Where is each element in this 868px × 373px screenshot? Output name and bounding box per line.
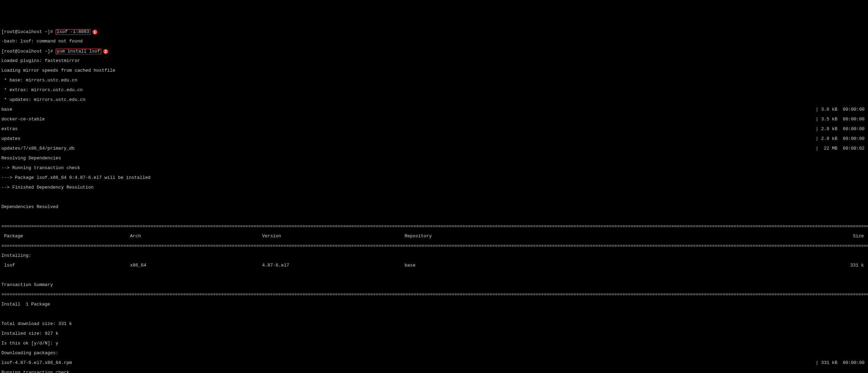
repo-size: | 3.6 kB 00:00:00	[816, 107, 867, 112]
col-repository: Repository	[405, 234, 533, 239]
repo-line: updates| 2.9 kB 00:00:00	[0, 136, 868, 141]
repo-size: | 22 MB 00:00:02	[816, 146, 867, 151]
cell-arch: x86_64	[130, 263, 262, 268]
blank-line	[0, 312, 868, 317]
repo-line: updates/7/x86_64/primary_db| 22 MB 00:00…	[0, 146, 868, 151]
repo-size: | 3.5 kB 00:00:00	[816, 117, 867, 122]
download-name: lsof-4.87-6.el7.x86_64.rpm	[1, 360, 72, 365]
repo-name: base	[1, 107, 12, 112]
cell-package: lsof	[1, 263, 130, 268]
confirm-prompt: Is this ok [y/d/N]: y	[0, 341, 868, 346]
installing-label: Installing:	[0, 253, 868, 258]
col-package: Package	[1, 234, 130, 239]
output-line: Loaded plugins: fastestmirror	[0, 58, 868, 63]
highlighted-command-2: yum install lsof	[56, 49, 101, 54]
prompt-line-2: [root@localhost ~]# yum install lsof2	[0, 49, 868, 54]
download-size: | 331 kB 00:00:00	[816, 360, 867, 365]
repo-name: docker-ce-stable	[1, 117, 45, 122]
repo-line: docker-ce-stable| 3.5 kB 00:00:00	[0, 117, 868, 122]
download-line: lsof-4.87-6.el7.x86_64.rpm| 331 kB 00:00…	[0, 360, 868, 365]
separator-line: ========================================…	[0, 292, 868, 297]
repo-name: updates	[1, 136, 21, 141]
downloading-label: Downloading packages:	[0, 351, 868, 356]
output-line: Running transaction check	[0, 370, 868, 373]
output-line: * updates: mirrors.ustc.edu.cn	[0, 97, 868, 102]
repo-size: | 2.9 kB 00:00:00	[816, 127, 867, 132]
repo-line: extras| 2.9 kB 00:00:00	[0, 127, 868, 132]
output-line: Resolving Dependencies	[0, 156, 868, 161]
col-version: Version	[262, 234, 405, 239]
repo-line: base| 3.6 kB 00:00:00	[0, 107, 868, 112]
repo-name: extras	[1, 127, 18, 132]
col-size: Size	[533, 234, 867, 239]
output-line: -bash: lsof: command not found	[0, 39, 868, 44]
separator-line: ========================================…	[0, 224, 868, 229]
separator-line: ========================================…	[0, 244, 868, 248]
output-line: * base: mirrors.ustc.edu.cn	[0, 78, 868, 83]
cell-repository: base	[405, 263, 533, 268]
col-arch: Arch	[130, 234, 262, 239]
output-line: * extras: mirrors.ustc.edu.cn	[0, 88, 868, 93]
blank-line	[0, 214, 868, 219]
prompt: [root@localhost ~]#	[1, 49, 56, 54]
repo-size: | 2.9 kB 00:00:00	[816, 136, 867, 141]
highlighted-command-1: lsof -i:8083	[56, 29, 90, 35]
summary-title: Transaction Summary	[0, 283, 868, 287]
cell-size: 331 k	[533, 263, 867, 268]
output-line: --> Finished Dependency Resolution	[0, 185, 868, 190]
output-line: --> Running transaction check	[0, 166, 868, 170]
prompt-line-1: [root@localhost ~]# lsof -i:80831	[0, 29, 868, 34]
output-line: ---> Package lsof.x86_64 0:4.87-6.el7 wi…	[0, 175, 868, 180]
blank-line	[0, 195, 868, 200]
cell-version: 4.87-6.el7	[262, 263, 405, 268]
callout-1: 1	[92, 30, 97, 34]
total-download-size: Total download size: 331 k	[0, 322, 868, 326]
terminal-screen[interactable]: { "prompts": { "root": "[root@localhost …	[0, 10, 868, 373]
installed-size: Installed size: 927 k	[0, 331, 868, 336]
callout-2: 2	[103, 49, 108, 54]
blank-line	[0, 273, 868, 278]
table-header: Package Arch Version Repository Size	[0, 234, 868, 239]
table-row: lsof x86_64 4.87-6.el7 base 331 k	[0, 263, 868, 268]
repo-name: updates/7/x86_64/primary_db	[1, 146, 75, 151]
prompt: [root@localhost ~]#	[1, 29, 56, 34]
output-line: Loading mirror speeds from cached hostfi…	[0, 68, 868, 73]
output-line: Dependencies Resolved	[0, 205, 868, 209]
summary-install: Install 1 Package	[0, 302, 868, 307]
